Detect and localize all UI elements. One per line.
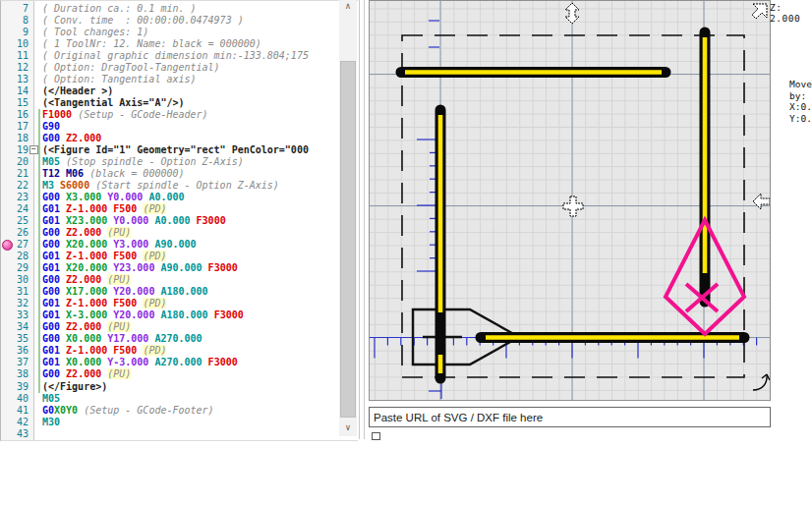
line-number[interactable]: 10	[1, 38, 29, 50]
code-line[interactable]: ( Option: Tangential axis)	[42, 74, 342, 85]
code-token: Z2.000	[66, 368, 107, 379]
line-number[interactable]: 36	[1, 345, 29, 357]
line-number[interactable]: 31	[1, 286, 29, 298]
line-number[interactable]: 26	[1, 227, 29, 239]
code-line[interactable]: G01 X23.000 Y0.000 A0.000 F3000	[42, 215, 342, 227]
code-token: (PU)	[107, 321, 131, 332]
line-number[interactable]: 13	[1, 74, 29, 85]
fold-region-bar	[38, 109, 40, 393]
code-line[interactable]: ( Duration ca.: 0.1 min. )	[42, 3, 342, 15]
code-line[interactable]: G00 X20.000 Y3.000 A90.000	[42, 239, 342, 251]
splitter-handle[interactable]	[364, 0, 365, 439]
code-line[interactable]: M3 S6000 (Start spindle - Option Z-Axis)	[42, 180, 342, 192]
code-line[interactable]: G01 X0.000 Y-3.000 A270.000 F3000	[42, 357, 342, 368]
line-number[interactable]: 42	[1, 417, 29, 428]
code-token: A270.000	[154, 357, 207, 367]
rotate-handle-icon[interactable]	[753, 374, 770, 390]
line-number[interactable]: 16	[1, 109, 29, 121]
breakpoint-marker-icon[interactable]	[2, 240, 13, 251]
line-number[interactable]: 21	[1, 168, 29, 180]
gcode-editor[interactable]: 7891011121314151617181920212223242526272…	[0, 0, 358, 441]
line-number[interactable]: 33	[1, 309, 29, 321]
line-number[interactable]: 8	[1, 15, 29, 27]
line-number[interactable]: 19	[1, 144, 29, 156]
code-line[interactable]: (<Figure Id="1" Geometry="rect" PenColor…	[42, 144, 342, 156]
gutter-numbers[interactable]: 7891011121314151617181920212223242526272…	[1, 3, 29, 440]
line-number[interactable]: 37	[1, 357, 29, 368]
checkbox[interactable]	[372, 432, 380, 440]
line-number[interactable]: 41	[1, 405, 29, 417]
code-line[interactable]: T12 M06 (black = 000000)	[42, 168, 342, 180]
line-number[interactable]: 29	[1, 262, 29, 274]
line-number[interactable]: 23	[1, 192, 29, 203]
code-token: Y20.000	[113, 286, 160, 297]
resize-corner-icon[interactable]	[752, 4, 767, 19]
code-line[interactable]: ( 1 ToolNr: 12. Name: black = 000000)	[42, 38, 342, 50]
editor-scrollbar[interactable]: ∧ ∨	[339, 0, 357, 436]
line-number[interactable]: 32	[1, 298, 29, 309]
code-line[interactable]: G0X0Y0 (Setup - GCode-Footer)	[42, 405, 342, 417]
line-number[interactable]: 14	[1, 85, 29, 97]
graphics-preview-canvas[interactable]: Z: 2.000 Move by: X:0.0 Y:0.0	[369, 0, 771, 401]
line-number[interactable]: 12	[1, 62, 29, 74]
code-line[interactable]: G01 X20.000 Y23.000 A90.000 F3000	[42, 262, 342, 274]
line-number[interactable]: 30	[1, 274, 29, 286]
code-line[interactable]: G01 Z-1.000 F500 (PD)	[42, 203, 342, 215]
code-line[interactable]: ( Option: DragTool-Tangential)	[42, 62, 342, 74]
code-line[interactable]: ( Conv. time : 00:00:00.0474973 )	[42, 15, 342, 27]
line-number[interactable]: 25	[1, 215, 29, 227]
line-number[interactable]: 20	[1, 156, 29, 168]
line-number[interactable]: 38	[1, 368, 29, 380]
code-line[interactable]: M30	[42, 417, 342, 428]
line-number[interactable]: 24	[1, 203, 29, 215]
scroll-up-icon[interactable]: ∧	[339, 0, 357, 15]
code-line[interactable]: G00 Z2.000	[42, 133, 342, 144]
code-line[interactable]: G00 Z2.000 (PU)	[42, 368, 342, 380]
flip-horizontal-icon[interactable]	[753, 194, 770, 209]
code-line[interactable]: G00 X3.000 Y0.000 A0.000	[42, 192, 342, 203]
line-number[interactable]: 35	[1, 333, 29, 345]
code-line[interactable]: G01 Z-1.000 F500 (PD)	[42, 345, 342, 357]
line-number[interactable]: 28	[1, 251, 29, 262]
code-line[interactable]: G00 X17.000 Y20.000 A180.000	[42, 286, 342, 298]
scrollbar-thumb[interactable]	[340, 61, 356, 418]
line-number[interactable]: 34	[1, 321, 29, 333]
line-number[interactable]: 17	[1, 121, 29, 133]
code-line[interactable]: G01 X-3.000 Y20.000 A180.000 F3000	[42, 309, 342, 321]
splitter-handle[interactable]	[359, 0, 360, 439]
code-line[interactable]: ( Tool changes: 1)	[42, 27, 342, 38]
line-number[interactable]: 9	[1, 27, 29, 38]
code-token: X-3.000	[66, 309, 113, 320]
code-line[interactable]: M05	[42, 393, 342, 405]
code-line[interactable]: G01 Z-1.000 F500 (PD)	[42, 251, 342, 262]
code-token: G01	[42, 345, 66, 356]
code-line[interactable]: M05 (Stop spindle - Option Z-Axis)	[42, 156, 342, 168]
line-number[interactable]: 18	[1, 133, 29, 144]
flip-vertical-icon[interactable]	[565, 3, 579, 24]
line-number[interactable]: 43	[1, 428, 29, 440]
svg-dxf-url-input[interactable]	[369, 407, 771, 427]
code-line[interactable]: ( Original graphic dimension min:-133.80…	[42, 50, 342, 62]
code-line[interactable]	[42, 428, 342, 440]
code-line[interactable]: (<Tangential Axis="A"/>)	[42, 97, 342, 109]
line-number[interactable]: 40	[1, 393, 29, 405]
fold-collapse-icon[interactable]: −	[29, 145, 38, 154]
line-number[interactable]: 39	[1, 381, 29, 393]
code-line[interactable]: G00 Z2.000 (PU)	[42, 227, 342, 239]
code-line[interactable]: G90	[42, 121, 342, 133]
code-line[interactable]: (</Header >)	[42, 85, 342, 97]
code-line[interactable]: F1000 (Setup - GCode-Header)	[42, 109, 342, 121]
move-cross-icon[interactable]	[563, 196, 583, 216]
line-number[interactable]: 7	[1, 3, 29, 15]
line-number[interactable]: 22	[1, 180, 29, 192]
line-number[interactable]: 15	[1, 97, 29, 109]
line-number[interactable]: 11	[1, 50, 29, 62]
code-token: ( Conv. time : 00:00:00.0474973 )	[42, 15, 244, 26]
code-line[interactable]: G00 Z2.000 (PU)	[42, 274, 342, 286]
code-rows[interactable]: ( Duration ca.: 0.1 min. )( Conv. time :…	[42, 3, 342, 440]
code-line[interactable]: G00 X0.000 Y17.000 A270.000	[42, 333, 342, 345]
code-line[interactable]: G01 Z-1.000 F500 (PD)	[42, 298, 342, 309]
code-line[interactable]: (</Figure>)	[42, 381, 342, 393]
code-line[interactable]: G00 Z2.000 (PU)	[42, 321, 342, 333]
scroll-down-icon[interactable]: ∨	[339, 421, 357, 436]
